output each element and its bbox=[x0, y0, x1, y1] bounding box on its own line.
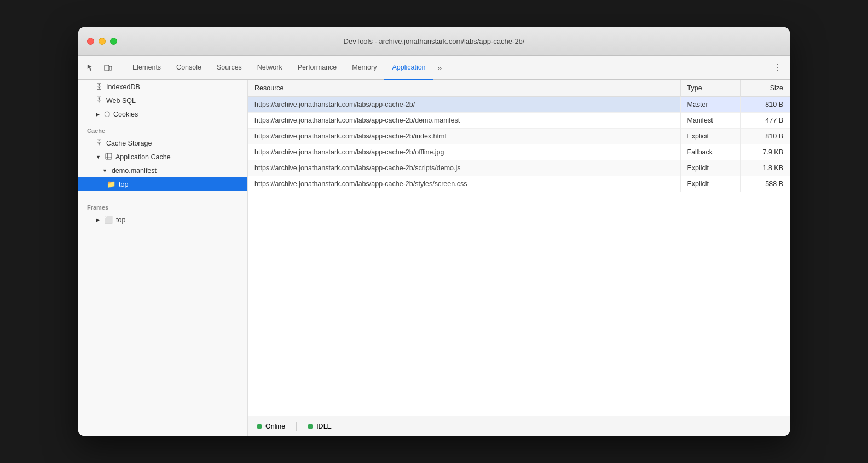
idle-label: IDLE bbox=[316, 423, 332, 430]
table-row[interactable]: https://archive.jonathanstark.com/labs/a… bbox=[248, 113, 790, 129]
online-indicator: Online bbox=[257, 423, 285, 430]
devtools-icons bbox=[83, 60, 120, 76]
sidebar-item-top-cache[interactable]: 📁 top bbox=[78, 177, 247, 191]
traffic-lights bbox=[87, 38, 117, 45]
tab-bar: Elements Console Sources Network Perform… bbox=[78, 56, 790, 80]
type-cell: Master bbox=[680, 97, 740, 113]
table-row[interactable]: https://archive.jonathanstark.com/labs/a… bbox=[248, 129, 790, 144]
type-cell: Explicit bbox=[680, 129, 740, 144]
close-button[interactable] bbox=[87, 38, 94, 45]
online-label: Online bbox=[265, 423, 285, 430]
device-icon[interactable] bbox=[100, 60, 115, 76]
sidebar-item-top-frame[interactable]: ▶ ⬜ top bbox=[78, 213, 247, 227]
devtools-window: DevTools - archive.jonathanstark.com/lab… bbox=[78, 27, 790, 436]
table-row[interactable]: https://archive.jonathanstark.com/labs/a… bbox=[248, 97, 790, 113]
svg-rect-3 bbox=[106, 153, 112, 159]
status-separator bbox=[296, 422, 297, 431]
tab-memory[interactable]: Memory bbox=[344, 56, 384, 80]
size-cell: 810 B bbox=[740, 97, 790, 113]
sidebar-item-websql[interactable]: 🗄 Web SQL bbox=[78, 94, 247, 107]
tab-console[interactable]: Console bbox=[169, 56, 209, 80]
minimize-button[interactable] bbox=[99, 38, 106, 45]
tab-application[interactable]: Application bbox=[384, 56, 433, 80]
size-cell: 7.9 KB bbox=[740, 144, 790, 160]
tab-sources[interactable]: Sources bbox=[209, 56, 250, 80]
size-cell: 810 B bbox=[740, 129, 790, 144]
type-cell: Explicit bbox=[680, 160, 740, 176]
type-cell: Manifest bbox=[680, 113, 740, 129]
sidebar: 🗄 IndexedDB 🗄 Web SQL ▶ ⬡ Cookies Cache … bbox=[78, 80, 248, 436]
cache-section-label: Cache bbox=[78, 121, 247, 136]
sidebar-item-demo-manifest[interactable]: ▼ demo.manifest bbox=[78, 164, 247, 177]
sidebar-item-indexeddb[interactable]: 🗄 IndexedDB bbox=[78, 80, 247, 94]
table-area: Resource Type Size https://archive.jonat… bbox=[248, 80, 790, 436]
size-cell: 588 B bbox=[740, 176, 790, 192]
expand-arrow-icon: ▶ bbox=[96, 112, 100, 117]
resource-cell: https://archive.jonathanstark.com/labs/a… bbox=[248, 97, 680, 113]
resource-cell: https://archive.jonathanstark.com/labs/a… bbox=[248, 176, 680, 192]
resource-cell: https://archive.jonathanstark.com/labs/a… bbox=[248, 129, 680, 144]
type-cell: Explicit bbox=[680, 176, 740, 192]
folder-icon: 📁 bbox=[107, 180, 115, 188]
resource-cell: https://archive.jonathanstark.com/labs/a… bbox=[248, 144, 680, 160]
type-column-header: Type bbox=[680, 80, 740, 97]
type-cell: Fallback bbox=[680, 144, 740, 160]
expand-arrow-icon: ▶ bbox=[96, 217, 100, 223]
status-bar: Online IDLE bbox=[248, 416, 790, 436]
sidebar-item-app-cache[interactable]: ▼ Application Cache bbox=[78, 150, 247, 164]
tab-performance[interactable]: Performance bbox=[290, 56, 345, 80]
sidebar-item-cache-storage[interactable]: 🗄 Cache Storage bbox=[78, 136, 247, 150]
app-cache-icon bbox=[105, 153, 112, 161]
svg-rect-1 bbox=[109, 66, 112, 70]
tab-elements[interactable]: Elements bbox=[125, 56, 169, 80]
online-dot bbox=[257, 424, 262, 429]
idle-dot bbox=[308, 424, 313, 429]
inspect-icon[interactable] bbox=[83, 60, 98, 76]
idle-indicator: IDLE bbox=[308, 423, 332, 430]
sidebar-item-cookies[interactable]: ▶ ⬡ Cookies bbox=[78, 107, 247, 121]
table-row[interactable]: https://archive.jonathanstark.com/labs/a… bbox=[248, 160, 790, 176]
frame-icon: ⬜ bbox=[104, 216, 113, 224]
size-cell: 477 B bbox=[740, 113, 790, 129]
tab-menu-button[interactable]: ⋮ bbox=[770, 60, 785, 76]
table-row[interactable]: https://archive.jonathanstark.com/labs/a… bbox=[248, 144, 790, 160]
database-icon: 🗄 bbox=[96, 96, 103, 105]
title-bar: DevTools - archive.jonathanstark.com/lab… bbox=[78, 27, 790, 56]
database-icon: 🗄 bbox=[96, 83, 103, 91]
table-row[interactable]: https://archive.jonathanstark.com/labs/a… bbox=[248, 176, 790, 192]
tab-network[interactable]: Network bbox=[250, 56, 290, 80]
frames-section-label: Frames bbox=[78, 198, 247, 213]
maximize-button[interactable] bbox=[110, 38, 117, 45]
expand-arrow-icon: ▼ bbox=[96, 154, 101, 160]
resource-cell: https://archive.jonathanstark.com/labs/a… bbox=[248, 160, 680, 176]
resources-table: Resource Type Size https://archive.jonat… bbox=[248, 80, 790, 192]
more-tabs-button[interactable]: » bbox=[433, 63, 447, 72]
main-content: 🗄 IndexedDB 🗄 Web SQL ▶ ⬡ Cookies Cache … bbox=[78, 80, 790, 436]
size-cell: 1.8 KB bbox=[740, 160, 790, 176]
cache-storage-icon: 🗄 bbox=[96, 139, 103, 147]
resource-column-header: Resource bbox=[248, 80, 680, 97]
resource-cell: https://archive.jonathanstark.com/labs/a… bbox=[248, 113, 680, 129]
expand-arrow-icon: ▼ bbox=[102, 168, 107, 173]
window-title: DevTools - archive.jonathanstark.com/lab… bbox=[344, 37, 525, 45]
cookies-icon: ⬡ bbox=[104, 110, 110, 118]
size-column-header: Size bbox=[740, 80, 790, 97]
data-table: Resource Type Size https://archive.jonat… bbox=[248, 80, 790, 416]
table-header-row: Resource Type Size bbox=[248, 80, 790, 97]
